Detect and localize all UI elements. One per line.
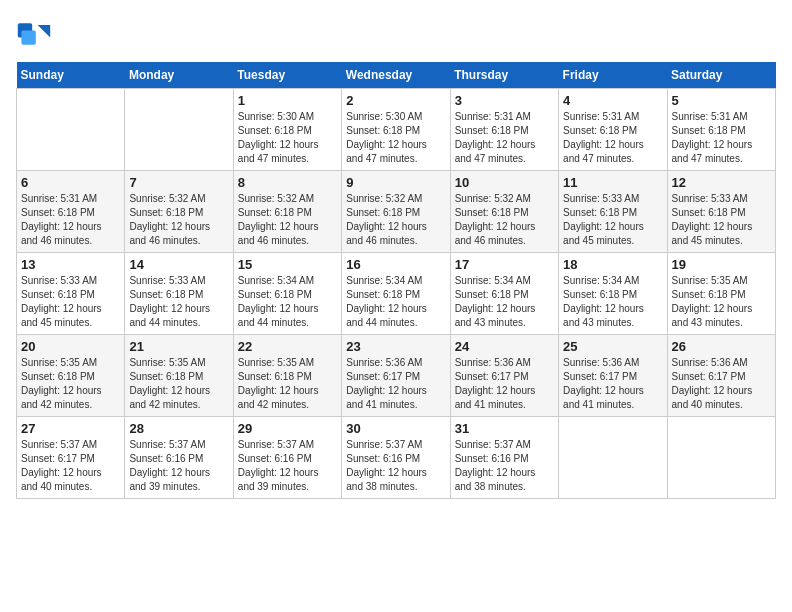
calendar-cell: 4Sunrise: 5:31 AM Sunset: 6:18 PM Daylig… bbox=[559, 89, 667, 171]
day-info: Sunrise: 5:31 AM Sunset: 6:18 PM Dayligh… bbox=[672, 110, 771, 166]
header-cell-wednesday: Wednesday bbox=[342, 62, 450, 89]
day-info: Sunrise: 5:30 AM Sunset: 6:18 PM Dayligh… bbox=[238, 110, 337, 166]
day-number: 28 bbox=[129, 421, 228, 436]
day-info: Sunrise: 5:32 AM Sunset: 6:18 PM Dayligh… bbox=[346, 192, 445, 248]
day-number: 10 bbox=[455, 175, 554, 190]
calendar-cell: 11Sunrise: 5:33 AM Sunset: 6:18 PM Dayli… bbox=[559, 171, 667, 253]
day-info: Sunrise: 5:31 AM Sunset: 6:18 PM Dayligh… bbox=[563, 110, 662, 166]
calendar-cell: 1Sunrise: 5:30 AM Sunset: 6:18 PM Daylig… bbox=[233, 89, 341, 171]
day-info: Sunrise: 5:37 AM Sunset: 6:16 PM Dayligh… bbox=[129, 438, 228, 494]
day-info: Sunrise: 5:32 AM Sunset: 6:18 PM Dayligh… bbox=[455, 192, 554, 248]
day-number: 16 bbox=[346, 257, 445, 272]
day-number: 29 bbox=[238, 421, 337, 436]
day-number: 4 bbox=[563, 93, 662, 108]
calendar-cell: 20Sunrise: 5:35 AM Sunset: 6:18 PM Dayli… bbox=[17, 335, 125, 417]
day-info: Sunrise: 5:33 AM Sunset: 6:18 PM Dayligh… bbox=[672, 192, 771, 248]
day-number: 31 bbox=[455, 421, 554, 436]
day-number: 3 bbox=[455, 93, 554, 108]
day-number: 8 bbox=[238, 175, 337, 190]
logo-icon bbox=[16, 16, 52, 52]
header-cell-thursday: Thursday bbox=[450, 62, 558, 89]
calendar-cell: 24Sunrise: 5:36 AM Sunset: 6:17 PM Dayli… bbox=[450, 335, 558, 417]
day-info: Sunrise: 5:33 AM Sunset: 6:18 PM Dayligh… bbox=[129, 274, 228, 330]
day-number: 27 bbox=[21, 421, 120, 436]
day-number: 1 bbox=[238, 93, 337, 108]
header-cell-friday: Friday bbox=[559, 62, 667, 89]
day-number: 17 bbox=[455, 257, 554, 272]
calendar-cell: 8Sunrise: 5:32 AM Sunset: 6:18 PM Daylig… bbox=[233, 171, 341, 253]
svg-marker-2 bbox=[38, 25, 51, 38]
day-number: 21 bbox=[129, 339, 228, 354]
calendar-cell: 10Sunrise: 5:32 AM Sunset: 6:18 PM Dayli… bbox=[450, 171, 558, 253]
day-number: 30 bbox=[346, 421, 445, 436]
calendar-cell: 27Sunrise: 5:37 AM Sunset: 6:17 PM Dayli… bbox=[17, 417, 125, 499]
day-info: Sunrise: 5:36 AM Sunset: 6:17 PM Dayligh… bbox=[672, 356, 771, 412]
day-number: 9 bbox=[346, 175, 445, 190]
day-info: Sunrise: 5:36 AM Sunset: 6:17 PM Dayligh… bbox=[563, 356, 662, 412]
day-number: 25 bbox=[563, 339, 662, 354]
header-cell-sunday: Sunday bbox=[17, 62, 125, 89]
calendar-table: SundayMondayTuesdayWednesdayThursdayFrid… bbox=[16, 62, 776, 499]
day-info: Sunrise: 5:34 AM Sunset: 6:18 PM Dayligh… bbox=[563, 274, 662, 330]
day-number: 23 bbox=[346, 339, 445, 354]
day-number: 15 bbox=[238, 257, 337, 272]
day-number: 26 bbox=[672, 339, 771, 354]
calendar-cell bbox=[17, 89, 125, 171]
day-number: 12 bbox=[672, 175, 771, 190]
day-info: Sunrise: 5:32 AM Sunset: 6:18 PM Dayligh… bbox=[129, 192, 228, 248]
calendar-body: 1Sunrise: 5:30 AM Sunset: 6:18 PM Daylig… bbox=[17, 89, 776, 499]
day-info: Sunrise: 5:35 AM Sunset: 6:18 PM Dayligh… bbox=[21, 356, 120, 412]
day-info: Sunrise: 5:37 AM Sunset: 6:16 PM Dayligh… bbox=[238, 438, 337, 494]
day-number: 18 bbox=[563, 257, 662, 272]
calendar-week-3: 13Sunrise: 5:33 AM Sunset: 6:18 PM Dayli… bbox=[17, 253, 776, 335]
day-info: Sunrise: 5:33 AM Sunset: 6:18 PM Dayligh… bbox=[21, 274, 120, 330]
calendar-cell: 23Sunrise: 5:36 AM Sunset: 6:17 PM Dayli… bbox=[342, 335, 450, 417]
day-info: Sunrise: 5:32 AM Sunset: 6:18 PM Dayligh… bbox=[238, 192, 337, 248]
page-header bbox=[16, 16, 776, 52]
day-number: 24 bbox=[455, 339, 554, 354]
calendar-cell: 26Sunrise: 5:36 AM Sunset: 6:17 PM Dayli… bbox=[667, 335, 775, 417]
calendar-cell: 19Sunrise: 5:35 AM Sunset: 6:18 PM Dayli… bbox=[667, 253, 775, 335]
calendar-cell: 25Sunrise: 5:36 AM Sunset: 6:17 PM Dayli… bbox=[559, 335, 667, 417]
day-info: Sunrise: 5:35 AM Sunset: 6:18 PM Dayligh… bbox=[672, 274, 771, 330]
calendar-cell: 7Sunrise: 5:32 AM Sunset: 6:18 PM Daylig… bbox=[125, 171, 233, 253]
day-info: Sunrise: 5:31 AM Sunset: 6:18 PM Dayligh… bbox=[455, 110, 554, 166]
calendar-cell: 29Sunrise: 5:37 AM Sunset: 6:16 PM Dayli… bbox=[233, 417, 341, 499]
logo bbox=[16, 16, 56, 52]
calendar-week-5: 27Sunrise: 5:37 AM Sunset: 6:17 PM Dayli… bbox=[17, 417, 776, 499]
day-info: Sunrise: 5:30 AM Sunset: 6:18 PM Dayligh… bbox=[346, 110, 445, 166]
calendar-cell bbox=[667, 417, 775, 499]
header-row: SundayMondayTuesdayWednesdayThursdayFrid… bbox=[17, 62, 776, 89]
calendar-week-4: 20Sunrise: 5:35 AM Sunset: 6:18 PM Dayli… bbox=[17, 335, 776, 417]
day-number: 5 bbox=[672, 93, 771, 108]
calendar-cell: 9Sunrise: 5:32 AM Sunset: 6:18 PM Daylig… bbox=[342, 171, 450, 253]
day-number: 7 bbox=[129, 175, 228, 190]
day-info: Sunrise: 5:34 AM Sunset: 6:18 PM Dayligh… bbox=[346, 274, 445, 330]
calendar-week-1: 1Sunrise: 5:30 AM Sunset: 6:18 PM Daylig… bbox=[17, 89, 776, 171]
header-cell-monday: Monday bbox=[125, 62, 233, 89]
calendar-cell: 17Sunrise: 5:34 AM Sunset: 6:18 PM Dayli… bbox=[450, 253, 558, 335]
calendar-cell bbox=[125, 89, 233, 171]
day-number: 20 bbox=[21, 339, 120, 354]
calendar-cell: 21Sunrise: 5:35 AM Sunset: 6:18 PM Dayli… bbox=[125, 335, 233, 417]
calendar-cell: 14Sunrise: 5:33 AM Sunset: 6:18 PM Dayli… bbox=[125, 253, 233, 335]
calendar-cell: 18Sunrise: 5:34 AM Sunset: 6:18 PM Dayli… bbox=[559, 253, 667, 335]
day-info: Sunrise: 5:35 AM Sunset: 6:18 PM Dayligh… bbox=[129, 356, 228, 412]
day-info: Sunrise: 5:34 AM Sunset: 6:18 PM Dayligh… bbox=[238, 274, 337, 330]
day-info: Sunrise: 5:35 AM Sunset: 6:18 PM Dayligh… bbox=[238, 356, 337, 412]
day-info: Sunrise: 5:33 AM Sunset: 6:18 PM Dayligh… bbox=[563, 192, 662, 248]
day-number: 2 bbox=[346, 93, 445, 108]
day-info: Sunrise: 5:36 AM Sunset: 6:17 PM Dayligh… bbox=[346, 356, 445, 412]
calendar-cell: 2Sunrise: 5:30 AM Sunset: 6:18 PM Daylig… bbox=[342, 89, 450, 171]
calendar-cell: 13Sunrise: 5:33 AM Sunset: 6:18 PM Dayli… bbox=[17, 253, 125, 335]
day-info: Sunrise: 5:36 AM Sunset: 6:17 PM Dayligh… bbox=[455, 356, 554, 412]
calendar-cell: 22Sunrise: 5:35 AM Sunset: 6:18 PM Dayli… bbox=[233, 335, 341, 417]
calendar-cell: 6Sunrise: 5:31 AM Sunset: 6:18 PM Daylig… bbox=[17, 171, 125, 253]
calendar-cell bbox=[559, 417, 667, 499]
day-number: 13 bbox=[21, 257, 120, 272]
day-number: 6 bbox=[21, 175, 120, 190]
svg-rect-1 bbox=[21, 30, 35, 44]
calendar-cell: 12Sunrise: 5:33 AM Sunset: 6:18 PM Dayli… bbox=[667, 171, 775, 253]
day-info: Sunrise: 5:31 AM Sunset: 6:18 PM Dayligh… bbox=[21, 192, 120, 248]
day-info: Sunrise: 5:37 AM Sunset: 6:17 PM Dayligh… bbox=[21, 438, 120, 494]
